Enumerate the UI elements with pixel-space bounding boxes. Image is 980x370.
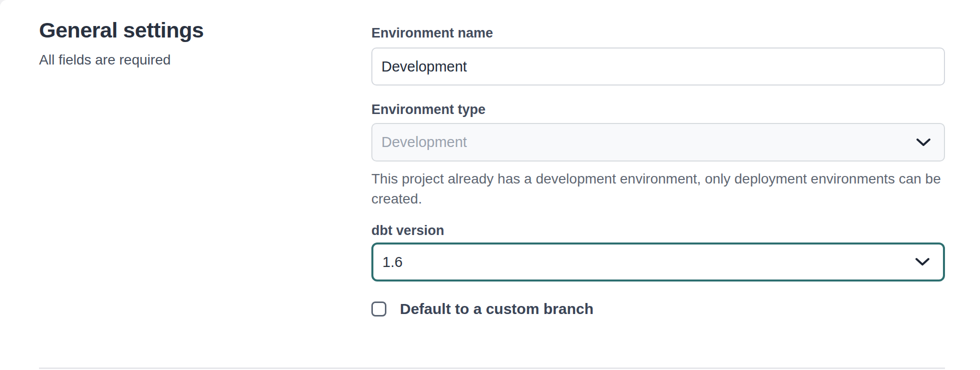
chevron-down-icon	[916, 138, 931, 147]
custom-branch-label: Default to a custom branch	[400, 300, 594, 318]
page-title: General settings	[39, 18, 204, 42]
dbt-version-value: 1.6	[382, 254, 402, 270]
page-corner-artifact	[0, 0, 7, 7]
chevron-down-icon	[915, 258, 930, 266]
environment-type-select: Development	[371, 123, 945, 162]
environment-name-label: Environment name	[371, 26, 493, 41]
environment-name-input[interactable]	[371, 48, 945, 86]
dbt-version-select[interactable]: 1.6	[371, 242, 945, 282]
page-subtitle: All fields are required	[39, 52, 171, 68]
environment-type-value: Development	[381, 134, 467, 150]
dbt-version-label: dbt version	[371, 223, 444, 238]
custom-branch-checkbox-row[interactable]: Default to a custom branch	[371, 300, 594, 318]
custom-branch-checkbox[interactable]	[371, 302, 386, 316]
environment-type-helper-text: This project already has a development e…	[371, 169, 947, 209]
environment-type-label: Environment type	[371, 102, 485, 118]
section-divider	[39, 368, 945, 369]
